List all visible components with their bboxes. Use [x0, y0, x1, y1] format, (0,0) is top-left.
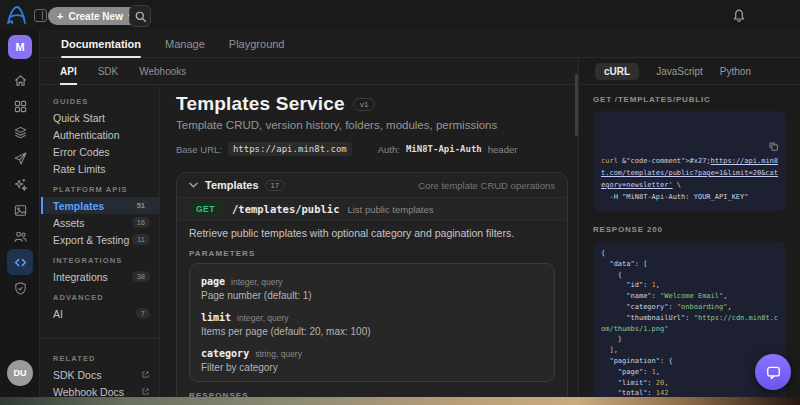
main-content: Templates Service v1 Template CRUD, vers… — [160, 85, 578, 398]
sidebar-item-export-testing[interactable]: Export & Testing11 — [41, 231, 159, 248]
sidebar-item-templates[interactable]: Templates51 — [41, 197, 159, 214]
param-category: categorystring, query Filter by category — [201, 343, 543, 373]
user-avatar[interactable]: DU — [7, 360, 33, 386]
chevron-down-icon — [189, 182, 198, 188]
search-icon — [134, 10, 147, 23]
apps-grid-icon[interactable] — [7, 93, 33, 119]
image-icon[interactable] — [7, 197, 33, 223]
subtab-api[interactable]: API — [60, 58, 77, 85]
related-section: RELATED SDK Docs Webhook Docs API Keys — [41, 338, 159, 398]
tab-python[interactable]: Python — [720, 66, 751, 77]
group-name: Templates — [205, 179, 259, 191]
secondary-tabs: API SDK Webhooks — [41, 58, 578, 85]
sidebar-item-webhook-docs[interactable]: Webhook Docs — [41, 383, 159, 398]
endpoint-row[interactable]: GET /templates/public List public templa… — [177, 198, 567, 221]
topbar: + Create New — [0, 0, 800, 30]
subtab-webhooks[interactable]: Webhooks — [139, 58, 186, 85]
endpoint-path: /templates/public — [232, 203, 339, 215]
app-window: + Create New M DU Documentation Manage — [0, 0, 800, 398]
method-badge: GET — [189, 202, 222, 216]
auth-suffix: header — [488, 144, 518, 155]
send-icon[interactable] — [7, 145, 33, 171]
workspace-avatar[interactable]: M — [8, 35, 32, 59]
tab-javascript[interactable]: JavaScript — [656, 66, 703, 77]
section-label-guides: GUIDES — [53, 97, 159, 106]
count-badge: 51 — [132, 200, 150, 211]
code-panel: cURL JavaScript Python GET /TEMPLATES/PU… — [578, 58, 800, 398]
page-subtitle: Template CRUD, version history, folders,… — [176, 119, 568, 131]
code-icon[interactable] — [7, 249, 33, 275]
sidebar-toggle-icon[interactable] — [34, 9, 47, 22]
count-badge: 7 — [136, 308, 150, 319]
chat-bubble-icon — [765, 364, 782, 381]
version-badge: v1 — [353, 98, 375, 111]
tab-playground[interactable]: Playground — [229, 30, 285, 58]
sparkles-icon[interactable] — [7, 171, 33, 197]
group-description: Core template CRUD operations — [418, 180, 555, 191]
curl-code-block: curl &"code-comment">#x27;https://api.mi… — [593, 111, 786, 211]
shield-icon[interactable] — [7, 275, 33, 301]
desktop-wallpaper-strip — [0, 397, 800, 405]
home-icon[interactable] — [7, 67, 33, 93]
sidebar-item-assets[interactable]: Assets16 — [41, 214, 159, 231]
page-title: Templates Service — [176, 93, 345, 115]
layers-icon[interactable] — [7, 119, 33, 145]
base-url-label: Base URL: — [176, 144, 222, 155]
endpoint-group-card: Templates 17 Core template CRUD operatio… — [176, 172, 568, 398]
sidebar-item-ai[interactable]: AI7 — [41, 305, 159, 322]
request-label: GET /TEMPLATES/PUBLIC — [593, 95, 786, 104]
group-count-badge: 17 — [265, 180, 285, 191]
notifications-button[interactable] — [731, 8, 747, 24]
sidebar-item-authentication[interactable]: Authentication — [41, 126, 159, 143]
docs-sidebar: GUIDES Quick Start Authentication Error … — [41, 85, 160, 398]
endpoint-description: Retrieve public templates with optional … — [189, 228, 555, 240]
count-badge: 11 — [132, 234, 150, 245]
service-meta: Base URL: https://api.min8t.com Auth: Mi… — [176, 142, 568, 156]
count-badge: 38 — [132, 271, 150, 282]
endpoint-summary: List public templates — [347, 204, 433, 215]
tab-documentation[interactable]: Documentation — [61, 30, 141, 58]
language-tabs: cURL JavaScript Python — [579, 58, 800, 85]
sidebar-item-rate-limits[interactable]: Rate Limits — [41, 160, 159, 177]
sidebar-item-error-codes[interactable]: Error Codes — [41, 143, 159, 160]
sidebar-item-integrations[interactable]: Integrations38 — [41, 268, 159, 285]
primary-tabs: Documentation Manage Playground — [41, 30, 800, 58]
section-label-platform-apis: PLATFORM APIS — [53, 185, 159, 194]
param-limit: limitinteger, query Items per page (defa… — [201, 307, 543, 337]
tab-curl[interactable]: cURL — [595, 63, 639, 80]
create-new-label: Create New — [68, 11, 122, 22]
external-link-icon — [141, 370, 150, 379]
bell-icon — [731, 8, 747, 24]
section-label-advanced: ADVANCED — [53, 293, 159, 302]
external-link-icon — [141, 387, 150, 396]
app-logo-icon[interactable] — [5, 4, 29, 26]
plus-icon: + — [57, 10, 63, 22]
tab-manage[interactable]: Manage — [165, 30, 205, 58]
group-header[interactable]: Templates 17 Core template CRUD operatio… — [177, 173, 567, 198]
icon-rail: M DU — [0, 30, 40, 398]
auth-label: Auth: — [378, 144, 400, 155]
chat-fab-button[interactable] — [755, 354, 791, 390]
section-label-related: RELATED — [53, 354, 159, 363]
search-button[interactable] — [129, 5, 151, 27]
auth-value: MiN8T-Api-Auth — [406, 144, 482, 154]
parameters-label: PARAMETERS — [189, 249, 555, 258]
param-page: pageinteger, query Page number (default:… — [201, 271, 543, 301]
count-badge: 16 — [132, 217, 150, 228]
sidebar-item-quick-start[interactable]: Quick Start — [41, 109, 159, 126]
sidebar-item-sdk-docs[interactable]: SDK Docs — [41, 366, 159, 383]
parameters-box: pageinteger, query Page number (default:… — [189, 263, 555, 382]
users-icon[interactable] — [7, 223, 33, 249]
base-url-value: https://api.min8t.com — [228, 142, 352, 156]
subtab-sdk[interactable]: SDK — [98, 58, 119, 85]
response-label: RESPONSE 200 — [593, 225, 786, 234]
copy-icon[interactable] — [768, 117, 779, 128]
section-label-integrations: INTEGRATIONS — [53, 256, 159, 265]
